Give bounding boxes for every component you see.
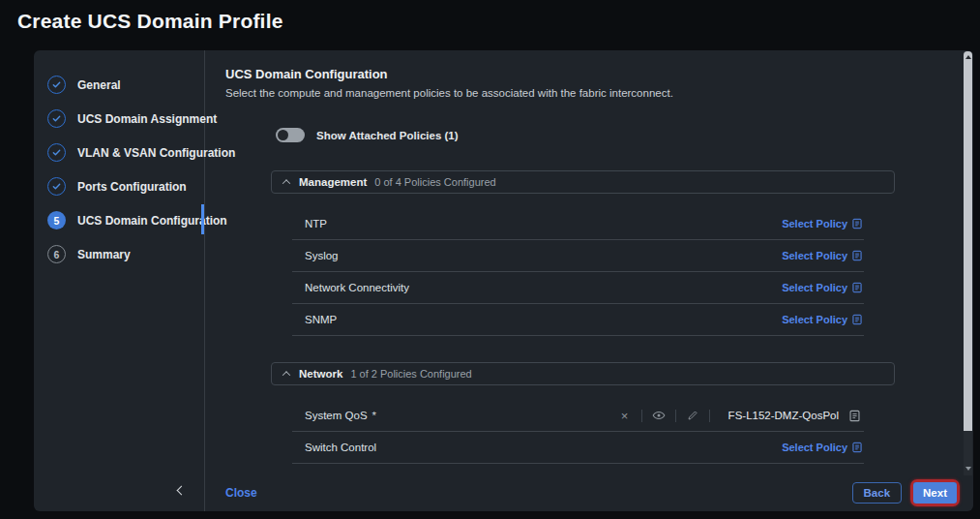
active-step-indicator	[201, 204, 204, 234]
select-policy-link[interactable]: Select Policy	[782, 218, 862, 229]
step-label: Ports Configuration	[77, 180, 187, 194]
policy-row-network-connectivity: Network Connectivity Select Policy	[292, 272, 864, 304]
show-attached-policies-toggle[interactable]	[276, 128, 305, 142]
x-icon: ×	[621, 410, 629, 422]
select-policy-link[interactable]: Select Policy	[782, 314, 862, 325]
sidebar-collapse-button[interactable]	[173, 482, 189, 498]
select-policy-label: Select Policy	[782, 314, 847, 325]
network-policy-rows: System QoS * ×	[292, 400, 864, 464]
wizard-header: Create UCS Domain Profile	[0, 0, 980, 45]
select-policy-link[interactable]: Select Policy	[782, 442, 862, 453]
policy-document-icon	[852, 314, 862, 325]
sidebar-step-ucs-domain-configuration-active[interactable]: 5 UCS Domain Configuration	[34, 203, 204, 237]
step-label: UCS Domain Assignment	[77, 112, 217, 126]
divider	[709, 410, 710, 422]
divider	[641, 410, 642, 422]
sidebar-step-general[interactable]: General	[34, 68, 204, 102]
step-content-panel: UCS Domain Configuration Select the comp…	[206, 50, 973, 511]
chevron-up-icon	[282, 179, 290, 187]
wizard-steps-sidebar: General UCS Domain Assignment VLAN & VSA…	[34, 50, 205, 511]
step-complete-check-icon	[47, 76, 66, 94]
section-summary: 0 of 4 Policies Configured	[374, 176, 495, 188]
policy-document-icon	[852, 218, 862, 229]
sidebar-step-ucs-domain-assignment[interactable]: UCS Domain Assignment	[34, 102, 204, 136]
step-complete-check-icon	[47, 109, 66, 128]
step-complete-check-icon	[47, 143, 66, 162]
chevron-left-icon	[176, 485, 186, 495]
select-policy-label: Select Policy	[782, 442, 847, 453]
select-policy-label: Select Policy	[782, 218, 847, 229]
management-policy-rows: NTP Select Policy Syslog Select Policy	[292, 208, 864, 336]
chevron-up-icon	[282, 371, 290, 379]
step-description: Select the compute and management polici…	[225, 87, 960, 99]
edit-policy-pencil-icon[interactable]	[685, 408, 700, 423]
wizard-footer: Close Back Next	[206, 474, 973, 511]
policy-row-syslog: Syslog Select Policy	[292, 240, 864, 272]
create-ucs-domain-profile-page: Create UCS Domain Profile General UCS Do…	[0, 0, 980, 519]
section-title: Management	[299, 176, 367, 188]
step-number-badge: 6	[47, 245, 66, 263]
steps-list: General UCS Domain Assignment VLAN & VSA…	[34, 50, 204, 271]
step-number-badge: 5	[47, 211, 66, 229]
divider	[675, 410, 676, 422]
attached-policy-name[interactable]: FS-L152-DMZ-QosPol	[728, 410, 839, 421]
network-section-header[interactable]: Network 1 of 2 Policies Configured	[271, 362, 895, 385]
policy-document-icon	[852, 442, 862, 453]
required-asterisk: *	[372, 410, 376, 421]
sidebar-step-vlan-vsan-configuration[interactable]: VLAN & VSAN Configuration	[34, 136, 204, 169]
remove-policy-icon[interactable]: ×	[617, 408, 633, 423]
scrollbar-down-arrow[interactable]	[964, 464, 972, 473]
policy-name-label: Syslog	[305, 250, 339, 261]
step-complete-check-icon	[47, 177, 66, 196]
policy-row-ntp: NTP Select Policy	[292, 208, 864, 240]
policy-name-label: Switch Control	[305, 442, 376, 453]
policy-name-label: Network Connectivity	[305, 282, 409, 293]
step-content-scroll-area: UCS Domain Configuration Select the comp…	[206, 50, 960, 474]
sidebar-step-summary[interactable]: 6 Summary	[34, 237, 204, 271]
policy-name-label: SNMP	[305, 314, 337, 325]
select-policy-link[interactable]: Select Policy	[782, 250, 862, 261]
policy-name-label: NTP	[305, 218, 327, 229]
next-button-highlight-ring: Next	[910, 479, 960, 506]
policy-row-switch-control: Switch Control Select Policy	[292, 432, 864, 464]
policy-row-snmp: SNMP Select Policy	[292, 304, 864, 336]
policy-row-system-qos: System QoS * ×	[292, 400, 864, 432]
section-title: Network	[299, 368, 342, 380]
step-title: UCS Domain Configuration	[225, 67, 960, 81]
step-label: Summary	[77, 248, 131, 261]
vertical-scrollbar[interactable]	[964, 51, 972, 475]
policy-document-icon[interactable]	[846, 408, 862, 423]
select-policy-label: Select Policy	[782, 250, 847, 261]
toggle-knob	[278, 130, 288, 140]
wizard-card: General UCS Domain Assignment VLAN & VSA…	[34, 50, 973, 511]
toggle-label: Show Attached Policies (1)	[316, 130, 459, 141]
back-button[interactable]: Back	[852, 482, 903, 504]
next-button[interactable]: Next	[913, 482, 957, 504]
attached-policy-controls: × FS-L152-DMZ-QosPol	[617, 408, 862, 423]
select-policy-label: Select Policy	[782, 282, 847, 293]
show-attached-policies-row: Show Attached Policies (1)	[276, 128, 960, 142]
policy-document-icon	[852, 250, 862, 261]
step-label: General	[77, 78, 121, 92]
section-summary: 1 of 2 Policies Configured	[350, 368, 471, 380]
management-section-header[interactable]: Management 0 of 4 Policies Configured	[271, 170, 895, 194]
select-policy-link[interactable]: Select Policy	[782, 282, 862, 293]
close-button[interactable]: Close	[225, 486, 257, 500]
scrollbar-thumb[interactable]	[964, 63, 972, 431]
step-label: UCS Domain Configuration	[77, 214, 227, 228]
policy-name-label: System QoS	[305, 410, 368, 421]
scrollbar-up-arrow[interactable]	[964, 51, 972, 63]
view-policy-eye-icon[interactable]	[651, 408, 667, 423]
sidebar-step-ports-configuration[interactable]: Ports Configuration	[34, 169, 204, 203]
policy-document-icon	[852, 282, 862, 293]
page-title: Create UCS Domain Profile	[17, 10, 283, 33]
